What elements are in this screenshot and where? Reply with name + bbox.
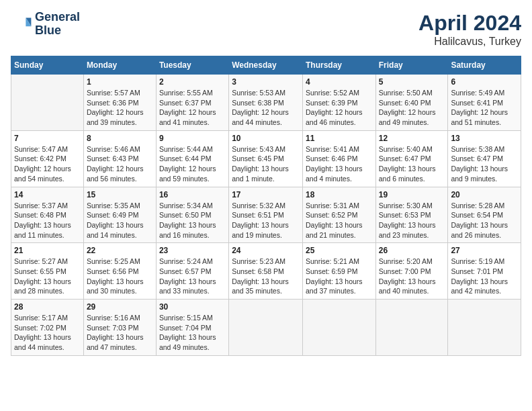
calendar-cell: 21Sunrise: 5:27 AMSunset: 6:55 PMDayligh… [11, 243, 84, 300]
calendar-cell [229, 300, 303, 356]
logo: General Blue [11, 11, 80, 38]
day-detail: Sunrise: 5:35 AMSunset: 6:49 PMDaylight:… [87, 201, 153, 240]
day-detail: Sunrise: 5:50 AMSunset: 6:40 PMDaylight:… [379, 88, 445, 128]
weekday-header: Wednesday [229, 56, 303, 75]
day-number: 14 [14, 190, 81, 199]
calendar-cell: 20Sunrise: 5:28 AMSunset: 6:54 PMDayligh… [448, 187, 521, 243]
day-detail: Sunrise: 5:23 AMSunset: 6:58 PMDaylight:… [232, 257, 300, 296]
day-detail: Sunrise: 5:32 AMSunset: 6:51 PMDaylight:… [232, 201, 300, 240]
day-detail: Sunrise: 5:37 AMSunset: 6:48 PMDaylight:… [14, 201, 81, 240]
day-number: 5 [379, 77, 445, 87]
calendar-cell: 17Sunrise: 5:32 AMSunset: 6:51 PMDayligh… [229, 187, 303, 243]
calendar-cell: 28Sunrise: 5:17 AMSunset: 7:02 PMDayligh… [11, 300, 84, 356]
day-number: 13 [451, 134, 518, 143]
calendar-cell: 15Sunrise: 5:35 AMSunset: 6:49 PMDayligh… [83, 187, 156, 243]
calendar-cell: 10Sunrise: 5:43 AMSunset: 6:45 PMDayligh… [229, 130, 303, 187]
calendar-cell: 12Sunrise: 5:40 AMSunset: 6:47 PMDayligh… [375, 130, 448, 187]
day-detail: Sunrise: 5:28 AMSunset: 6:54 PMDaylight:… [451, 201, 518, 240]
day-detail: Sunrise: 5:43 AMSunset: 6:45 PMDaylight:… [232, 144, 300, 184]
day-detail: Sunrise: 5:52 AMSunset: 6:39 PMDaylight:… [306, 88, 373, 128]
day-number: 20 [451, 190, 518, 199]
day-number: 28 [14, 302, 81, 312]
day-number: 29 [87, 302, 153, 312]
day-detail: Sunrise: 5:38 AMSunset: 6:47 PMDaylight:… [451, 144, 518, 184]
day-number: 15 [87, 190, 153, 199]
calendar-cell: 9Sunrise: 5:44 AMSunset: 6:44 PMDaylight… [156, 130, 228, 187]
calendar-cell: 8Sunrise: 5:46 AMSunset: 6:43 PMDaylight… [83, 130, 156, 187]
calendar-cell: 27Sunrise: 5:19 AMSunset: 7:01 PMDayligh… [448, 243, 521, 300]
day-detail: Sunrise: 5:27 AMSunset: 6:55 PMDaylight:… [14, 257, 81, 296]
day-detail: Sunrise: 5:15 AMSunset: 7:04 PMDaylight:… [159, 313, 226, 353]
calendar-cell: 16Sunrise: 5:34 AMSunset: 6:50 PMDayligh… [156, 187, 228, 243]
day-detail: Sunrise: 5:49 AMSunset: 6:41 PMDaylight:… [451, 88, 518, 128]
day-detail: Sunrise: 5:41 AMSunset: 6:46 PMDaylight:… [306, 144, 373, 184]
day-detail: Sunrise: 5:30 AMSunset: 6:53 PMDaylight:… [379, 201, 445, 240]
calendar-cell: 23Sunrise: 5:24 AMSunset: 6:57 PMDayligh… [156, 243, 228, 300]
day-number: 18 [306, 190, 373, 199]
weekday-header: Friday [375, 56, 448, 75]
day-number: 3 [232, 77, 300, 87]
day-detail: Sunrise: 5:40 AMSunset: 6:47 PMDaylight:… [379, 144, 445, 184]
day-number: 1 [87, 77, 153, 87]
weekday-header: Saturday [448, 56, 521, 75]
calendar-cell: 4Sunrise: 5:52 AMSunset: 6:39 PMDaylight… [302, 75, 375, 131]
day-number: 19 [379, 190, 445, 199]
day-number: 24 [232, 246, 300, 255]
calendar-cell [448, 300, 521, 356]
calendar-cell: 6Sunrise: 5:49 AMSunset: 6:41 PMDaylight… [448, 75, 521, 131]
day-number: 7 [14, 134, 81, 143]
day-number: 22 [87, 246, 153, 255]
day-number: 11 [306, 134, 373, 143]
calendar-cell: 22Sunrise: 5:25 AMSunset: 6:56 PMDayligh… [83, 243, 156, 300]
calendar-cell: 18Sunrise: 5:31 AMSunset: 6:52 PMDayligh… [302, 187, 375, 243]
day-number: 12 [379, 134, 445, 143]
day-number: 10 [232, 134, 300, 143]
day-detail: Sunrise: 5:24 AMSunset: 6:57 PMDaylight:… [159, 257, 226, 296]
location-title: Halilcavus, Turkey [418, 36, 521, 48]
day-number: 2 [159, 77, 226, 87]
calendar-table: SundayMondayTuesdayWednesdayThursdayFrid… [11, 56, 521, 356]
calendar-cell: 14Sunrise: 5:37 AMSunset: 6:48 PMDayligh… [11, 187, 84, 243]
logo-icon [11, 13, 32, 35]
day-detail: Sunrise: 5:25 AMSunset: 6:56 PMDaylight:… [87, 257, 153, 296]
day-detail: Sunrise: 5:17 AMSunset: 7:02 PMDaylight:… [14, 313, 81, 353]
logo-text: General Blue [35, 11, 80, 38]
day-detail: Sunrise: 5:46 AMSunset: 6:43 PMDaylight:… [87, 144, 153, 184]
day-detail: Sunrise: 5:16 AMSunset: 7:03 PMDaylight:… [87, 313, 153, 353]
day-detail: Sunrise: 5:44 AMSunset: 6:44 PMDaylight:… [159, 144, 226, 184]
day-number: 6 [451, 77, 518, 87]
month-title: April 2024 [418, 11, 521, 36]
calendar-cell: 7Sunrise: 5:47 AMSunset: 6:42 PMDaylight… [11, 130, 84, 187]
page-header: General Blue April 2024 Halilcavus, Turk… [11, 11, 521, 48]
calendar-cell: 13Sunrise: 5:38 AMSunset: 6:47 PMDayligh… [448, 130, 521, 187]
day-number: 25 [306, 246, 373, 255]
day-number: 23 [159, 246, 226, 255]
day-number: 4 [306, 77, 373, 87]
title-area: April 2024 Halilcavus, Turkey [418, 11, 521, 48]
weekday-header: Sunday [11, 56, 84, 75]
day-number: 30 [159, 302, 226, 312]
calendar-cell: 26Sunrise: 5:20 AMSunset: 7:00 PMDayligh… [375, 243, 448, 300]
calendar-cell: 19Sunrise: 5:30 AMSunset: 6:53 PMDayligh… [375, 187, 448, 243]
calendar-cell: 25Sunrise: 5:21 AMSunset: 6:59 PMDayligh… [302, 243, 375, 300]
day-detail: Sunrise: 5:31 AMSunset: 6:52 PMDaylight:… [306, 201, 373, 240]
calendar-cell [302, 300, 375, 356]
calendar-cell: 1Sunrise: 5:57 AMSunset: 6:36 PMDaylight… [83, 75, 156, 131]
day-detail: Sunrise: 5:47 AMSunset: 6:42 PMDaylight:… [14, 144, 81, 184]
day-detail: Sunrise: 5:57 AMSunset: 6:36 PMDaylight:… [87, 88, 153, 128]
calendar-cell: 5Sunrise: 5:50 AMSunset: 6:40 PMDaylight… [375, 75, 448, 131]
day-detail: Sunrise: 5:55 AMSunset: 6:37 PMDaylight:… [159, 88, 226, 128]
calendar-cell [375, 300, 448, 356]
calendar-cell: 2Sunrise: 5:55 AMSunset: 6:37 PMDaylight… [156, 75, 228, 131]
day-number: 26 [379, 246, 445, 255]
day-number: 17 [232, 190, 300, 199]
day-detail: Sunrise: 5:19 AMSunset: 7:01 PMDaylight:… [451, 257, 518, 296]
calendar-cell: 3Sunrise: 5:53 AMSunset: 6:38 PMDaylight… [229, 75, 303, 131]
day-number: 16 [159, 190, 226, 199]
day-number: 21 [14, 246, 81, 255]
calendar-cell [11, 75, 84, 131]
day-detail: Sunrise: 5:20 AMSunset: 7:00 PMDaylight:… [379, 257, 445, 296]
day-detail: Sunrise: 5:53 AMSunset: 6:38 PMDaylight:… [232, 88, 300, 128]
calendar-cell: 29Sunrise: 5:16 AMSunset: 7:03 PMDayligh… [83, 300, 156, 356]
calendar-cell: 11Sunrise: 5:41 AMSunset: 6:46 PMDayligh… [302, 130, 375, 187]
